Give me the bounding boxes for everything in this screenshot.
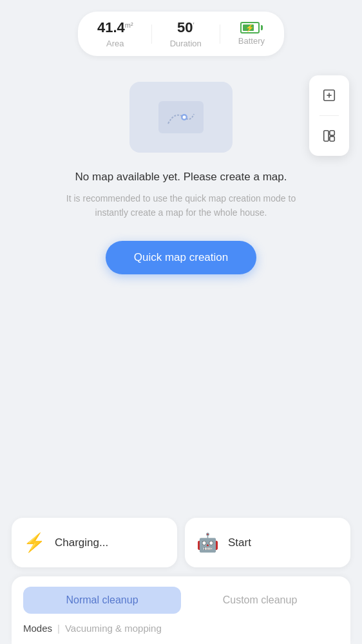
quick-map-creation-button[interactable]: Quick map creation: [106, 241, 256, 274]
mode-card: Normal cleanup Custom cleanup Modes | Va…: [12, 576, 350, 644]
svg-rect-3: [324, 131, 329, 142]
map-graphic: [155, 91, 207, 143]
split-rooms-button[interactable]: [316, 122, 343, 149]
start-icon: 🤖: [196, 532, 219, 553]
floating-toolbar: [309, 75, 349, 156]
area-label: Area: [106, 39, 124, 48]
battery-icon: ⚡: [240, 22, 263, 33]
battery-label: Battery: [238, 36, 265, 46]
charging-label: Charging...: [55, 536, 108, 549]
no-map-title: No map available yet. Please create a ma…: [75, 171, 287, 184]
toolbar-divider: [319, 115, 339, 116]
charging-icon: ⚡: [23, 532, 46, 553]
no-map-desc: It is recommended to use the quick map c…: [65, 191, 297, 220]
action-cards: ⚡ Charging... 🤖 Start: [0, 518, 362, 576]
start-label: Start: [228, 536, 251, 549]
map-area: No map available yet. Please create a ma…: [0, 62, 362, 294]
cleanup-tabs: Normal cleanup Custom cleanup: [23, 587, 339, 614]
duration-value: 50: [177, 19, 193, 36]
divider-1: [151, 24, 152, 44]
stats-pill: 41.4 m² Area 50 ′ Duration ⚡ Battery: [78, 12, 284, 56]
modes-value: Vacuuming & mopping: [65, 623, 162, 634]
area-value: 41.4: [97, 19, 125, 36]
status-bar: 41.4 m² Area 50 ′ Duration ⚡ Battery: [0, 0, 362, 62]
area-stat: 41.4 m² Area: [97, 19, 133, 48]
divider-2: [220, 24, 220, 44]
modes-label: Modes: [23, 623, 52, 634]
modes-row: Modes | Vacuuming & mopping: [23, 623, 339, 635]
bottom-section: ⚡ Charging... 🤖 Start Normal cleanup Cus…: [0, 518, 362, 644]
charging-card[interactable]: ⚡ Charging...: [12, 518, 177, 567]
duration-label: Duration: [170, 39, 202, 48]
add-room-icon: [322, 88, 336, 102]
start-card[interactable]: 🤖 Start: [185, 518, 350, 567]
custom-cleanup-tab[interactable]: Custom cleanup: [181, 587, 339, 614]
modes-divider: |: [57, 623, 60, 634]
split-rooms-icon: [322, 129, 336, 143]
map-placeholder: [129, 82, 233, 153]
duration-stat: 50 ′ Duration: [170, 19, 202, 48]
battery-stat: ⚡ Battery: [238, 22, 265, 46]
duration-unit: ′: [193, 21, 194, 29]
normal-cleanup-tab[interactable]: Normal cleanup: [23, 587, 181, 614]
svg-point-8: [183, 116, 186, 119]
add-room-button[interactable]: [316, 82, 343, 109]
svg-rect-5: [330, 137, 334, 141]
area-unit: m²: [125, 21, 133, 29]
svg-rect-4: [330, 131, 334, 135]
